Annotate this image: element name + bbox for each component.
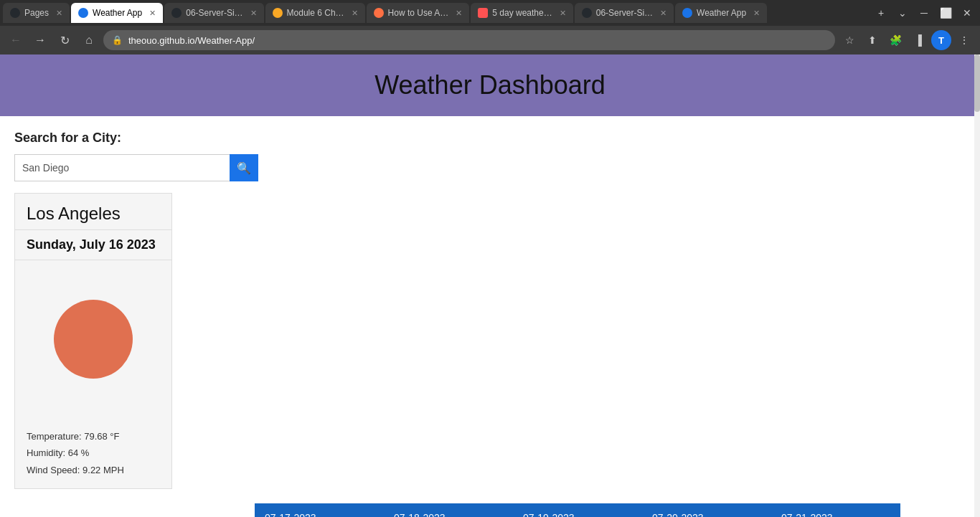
search-label: Search for a City: xyxy=(14,131,258,146)
wind-speed-display: Wind Speed: 9.22 MPH xyxy=(27,462,160,478)
search-icon: 🔍 xyxy=(237,161,251,175)
humidity-display: Humidity: 64 % xyxy=(27,445,160,461)
lock-icon: 🔒 xyxy=(112,35,123,45)
tab-weather-app[interactable]: Weather App ✕ xyxy=(71,3,163,23)
tab-06server-1[interactable]: 06-Server-Si… ✕ xyxy=(164,3,263,23)
tab-icon-module6 xyxy=(273,8,283,18)
tab-label-module6: Module 6 Ch… xyxy=(287,8,344,18)
address-bar[interactable]: 🔒 theouo.github.io/Weather-App/ xyxy=(103,30,835,50)
search-input[interactable] xyxy=(14,154,230,181)
close-window-button[interactable]: ✕ xyxy=(957,3,977,23)
tab-icon-weather-app xyxy=(78,8,88,18)
tab-label-weather-app-2: Weather App xyxy=(697,8,746,18)
scrollbar[interactable] xyxy=(974,54,980,517)
page-title: Weather Dashboard xyxy=(0,70,980,100)
minimize-button[interactable]: ─ xyxy=(914,3,934,23)
city-name: Los Angeles xyxy=(15,194,171,230)
tab-label-06server-1: 06-Server-Si… xyxy=(186,8,242,18)
address-text: theouo.github.io/Weather-App/ xyxy=(128,35,255,46)
search-button[interactable]: 🔍 xyxy=(230,154,258,181)
sidebar-button[interactable]: ▐ xyxy=(908,30,928,50)
share-button[interactable]: ⬆ xyxy=(862,30,882,50)
extensions-button[interactable]: 🧩 xyxy=(885,30,905,50)
main-layout: Search for a City: 🔍 Los Angeles Sunday,… xyxy=(0,116,980,489)
tab-close-weather-app[interactable]: ✕ xyxy=(149,9,156,18)
tab-how-to-use[interactable]: How to Use A… ✕ xyxy=(367,3,470,23)
tab-close-module6[interactable]: ✕ xyxy=(352,9,358,18)
forecast-section: 07-17-2023 07-18-2023 xyxy=(0,503,980,517)
nav-right-controls: ☆ ⬆ 🧩 ▐ T ⋮ xyxy=(839,30,974,50)
forecast-card-5: 07-21-2023 xyxy=(771,503,900,517)
menu-button[interactable]: ⋮ xyxy=(954,30,974,50)
sidebar: Search for a City: 🔍 Los Angeles Sunday,… xyxy=(14,131,258,489)
tab-06server-2[interactable]: 06-Server-Si… ✕ xyxy=(575,3,674,23)
tab-close-5day[interactable]: ✕ xyxy=(560,9,566,18)
home-button[interactable]: ⌂ xyxy=(79,30,99,50)
tab-label-pages: Pages xyxy=(24,8,49,18)
scrollbar-thumb[interactable] xyxy=(974,54,980,112)
weather-header: Weather Dashboard xyxy=(0,54,980,116)
tab-icon-06server-2 xyxy=(582,8,592,18)
forecast-card-4: 07-20-2023 xyxy=(642,503,771,517)
tab-icon-pages xyxy=(10,8,20,18)
tab-label-06server-2: 06-Server-Si… xyxy=(596,8,653,18)
back-button[interactable]: ← xyxy=(6,30,26,50)
tab-module6[interactable]: Module 6 Ch… ✕ xyxy=(265,3,365,23)
bookmark-star-button[interactable]: ☆ xyxy=(839,30,859,50)
tab-controls: + ⌄ ─ ⬜ ✕ xyxy=(871,3,977,23)
forecast-card-1: 07-17-2023 xyxy=(255,503,384,517)
profile-initial: T xyxy=(938,35,944,46)
tab-list-button[interactable]: ⌄ xyxy=(892,3,913,23)
tab-label-how-to-use: How to Use A… xyxy=(388,8,449,18)
reload-button[interactable]: ↻ xyxy=(55,30,75,50)
tab-label-5day: 5 day weathe… xyxy=(492,8,552,18)
tab-5day[interactable]: 5 day weathe… ✕ xyxy=(471,3,573,23)
tab-label-weather-app: Weather App xyxy=(93,8,142,18)
tab-close-pages[interactable]: ✕ xyxy=(56,9,62,18)
date-display: Sunday, July 16 2023 xyxy=(15,230,171,260)
page-content: Weather Dashboard Search for a City: 🔍 L… xyxy=(0,54,980,517)
tab-icon-how-to-use xyxy=(374,8,384,18)
profile-button[interactable]: T xyxy=(931,30,951,50)
forecast-date-1: 07-17-2023 xyxy=(265,512,374,517)
weather-details: Temperature: 79.68 °F Humidity: 64 % Win… xyxy=(15,418,171,488)
search-row: 🔍 xyxy=(14,154,258,181)
forecast-date-5: 07-21-2023 xyxy=(781,512,890,517)
temperature-display: Temperature: 79.68 °F xyxy=(27,428,160,445)
forecast-card-3: 07-19-2023 xyxy=(513,503,642,517)
forecast-card-2: 07-18-2023 xyxy=(384,503,513,517)
tab-close-how-to-use[interactable]: ✕ xyxy=(456,9,462,18)
tab-pages[interactable]: Pages ✕ xyxy=(3,3,70,23)
forward-button[interactable]: → xyxy=(30,30,50,50)
tab-bar: Pages ✕ Weather App ✕ 06-Server-Si… ✕ Mo… xyxy=(0,0,980,26)
tab-close-06server-1[interactable]: ✕ xyxy=(250,9,257,18)
forecast-date-3: 07-19-2023 xyxy=(523,512,632,517)
forecast-date-4: 07-20-2023 xyxy=(652,512,761,517)
sun-icon xyxy=(54,300,133,379)
tab-close-weather-app-2[interactable]: ✕ xyxy=(753,9,760,18)
tab-close-06server-2[interactable]: ✕ xyxy=(660,9,666,18)
tab-icon-06server-1 xyxy=(171,8,182,18)
weather-icon-area xyxy=(15,260,171,418)
nav-bar: ← → ↻ ⌂ 🔒 theouo.github.io/Weather-App/ … xyxy=(0,26,980,54)
tab-weather-app-2[interactable]: Weather App ✕ xyxy=(675,3,767,23)
maximize-button[interactable]: ⬜ xyxy=(936,3,956,23)
tab-icon-weather-app-2 xyxy=(682,8,692,18)
new-tab-button[interactable]: + xyxy=(871,3,891,23)
tab-icon-5day xyxy=(478,8,488,18)
forecast-date-2: 07-18-2023 xyxy=(394,512,503,517)
current-weather-card: Los Angeles Sunday, July 16 2023 Tempera… xyxy=(14,193,172,489)
